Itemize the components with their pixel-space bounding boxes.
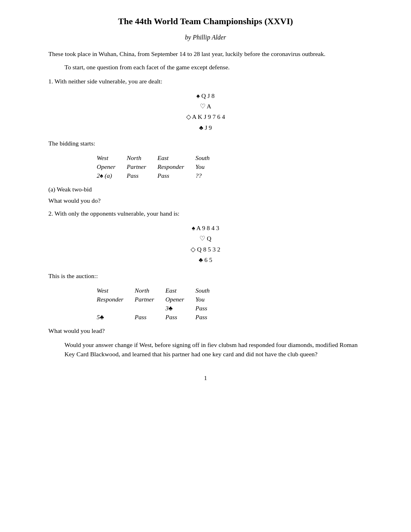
hand2-spade: ♠ A 9 8 4 3 bbox=[48, 223, 363, 233]
table2-r1-south: You bbox=[195, 295, 210, 304]
hand1-heart: ♡ A bbox=[48, 101, 363, 112]
table1-col-west-header: West bbox=[97, 154, 127, 162]
table2-r2-west bbox=[97, 304, 135, 313]
annotation-1: (a) Weak two-bid bbox=[48, 186, 363, 193]
hand2-heart: ♡ Q bbox=[48, 233, 363, 244]
table1-r2-east: Pass bbox=[158, 171, 195, 180]
auction-label: This is the auction:: bbox=[48, 271, 363, 281]
hand1-spade: ♠ Q J 8 bbox=[48, 91, 363, 101]
hand1-club: ♣ J 9 bbox=[48, 123, 363, 133]
hand-2: ♠ A 9 8 4 3 ♡ Q ◇ Q 8 5 3 2 ♣ 6 5 bbox=[48, 223, 363, 265]
table2-row3: 5♣ Pass Pass Pass bbox=[97, 313, 210, 322]
bidding-starts-label: The bidding starts: bbox=[48, 139, 363, 148]
table1-r1-east: Responder bbox=[158, 162, 195, 171]
table2-r1-north: Partner bbox=[135, 295, 165, 304]
bidding-table-2: West North East South Responder Partner … bbox=[97, 286, 210, 322]
table1-r2-north: Pass bbox=[127, 171, 158, 180]
byline: by Phillip Alder bbox=[48, 34, 363, 41]
table2-col-north-header: North bbox=[135, 286, 165, 295]
page-number: 1 bbox=[48, 375, 363, 382]
table2-r3-north: Pass bbox=[135, 313, 165, 322]
table1-r1-north: Partner bbox=[127, 162, 158, 171]
page-title: The 44th World Team Championships (XXVI) bbox=[48, 16, 363, 27]
table1-r1-south: You bbox=[195, 162, 210, 171]
table2-r3-east: Pass bbox=[166, 313, 196, 322]
table1-header-row: West North East South bbox=[97, 154, 210, 162]
bidding-table-1: West North East South Opener Partner Res… bbox=[97, 154, 210, 180]
table2-col-south-header: South bbox=[195, 286, 210, 295]
table2-r1-west: Responder bbox=[97, 295, 135, 304]
table2-row2: 3♣ Pass bbox=[97, 304, 210, 313]
table2-r2-north bbox=[135, 304, 165, 313]
intro-paragraph-2: To start, one question from each facet o… bbox=[64, 62, 363, 72]
table2-r1-east: Opener bbox=[166, 295, 196, 304]
table2-row1: Responder Partner Opener You bbox=[97, 295, 210, 304]
hand2-diamond: ◇ Q 8 5 3 2 bbox=[48, 244, 363, 255]
table1-r1-west: Opener bbox=[97, 162, 127, 171]
table2-col-east-header: East bbox=[166, 286, 196, 295]
table2-r2-east: 3♣ bbox=[166, 304, 196, 313]
page: The 44th World Team Championships (XXVI)… bbox=[48, 16, 363, 382]
table2-r3-west: 5♣ bbox=[97, 313, 135, 322]
table2-col-west-header: West bbox=[97, 286, 135, 295]
bidding-table-1-wrap: West North East South Opener Partner Res… bbox=[97, 154, 363, 180]
table1-row1: Opener Partner Responder You bbox=[97, 162, 210, 171]
table2-r2-south: Pass bbox=[195, 304, 210, 313]
hand1-diamond: ◇ A K J 9 7 6 4 bbox=[48, 112, 363, 122]
table1-col-north-header: North bbox=[127, 154, 158, 162]
table1-r2-west: 2♠ (a) bbox=[97, 171, 127, 180]
hand2-club: ♣ 6 5 bbox=[48, 255, 363, 265]
table1-col-south-header: South bbox=[195, 154, 210, 162]
question-1-text: What would you do? bbox=[48, 197, 363, 204]
table1-r2-south: ?? bbox=[195, 171, 210, 180]
bidding-table-2-wrap: West North East South Responder Partner … bbox=[97, 286, 363, 322]
table2-r3-south: Pass bbox=[195, 313, 210, 322]
question-2-label: 2. With only the opponents vulnerable, y… bbox=[48, 210, 363, 217]
table2-header-row: West North East South bbox=[97, 286, 210, 295]
table1-row2: 2♠ (a) Pass Pass ?? bbox=[97, 171, 210, 180]
hand-1: ♠ Q J 8 ♡ A ◇ A K J 9 7 6 4 ♣ J 9 bbox=[48, 91, 363, 133]
intro-paragraph-1: These took place in Wuhan, China, from S… bbox=[48, 49, 363, 58]
question-2-text-2: Would your answer change if West, before… bbox=[64, 340, 363, 359]
table1-col-east-header: East bbox=[158, 154, 195, 162]
question-2-text-1: What would you lead? bbox=[48, 327, 363, 335]
question-1-label: 1. With neither side vulnerable, you are… bbox=[48, 78, 363, 85]
